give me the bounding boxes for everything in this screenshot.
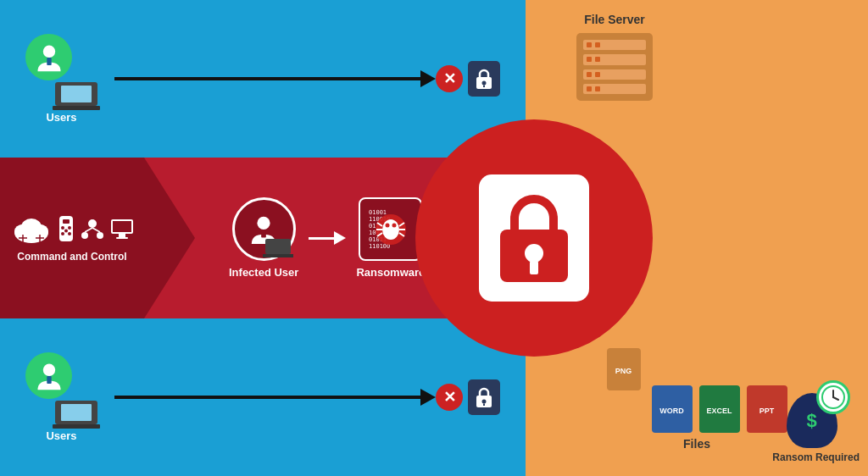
svg-point-22	[97, 232, 103, 239]
arrow-line	[309, 237, 334, 240]
dollar-sign: $	[807, 410, 817, 432]
bot-lock-box	[468, 379, 500, 415]
word-file-icon: WORD	[652, 385, 693, 433]
svg-rect-27	[119, 234, 125, 237]
infected-laptop	[265, 239, 291, 254]
monitor-icon	[109, 218, 135, 240]
network-people-icon	[81, 217, 104, 241]
bot-lock-icon	[475, 386, 493, 408]
ransomware-icon: 01001 110010 01101 100110 01011 110100	[359, 197, 422, 261]
top-user-block: Users	[25, 34, 97, 124]
server-row-3	[583, 69, 646, 80]
svg-rect-14	[63, 219, 70, 224]
svg-rect-28	[116, 237, 128, 239]
server-icon	[576, 33, 653, 101]
infected-block: Infected User	[229, 197, 298, 279]
infected-to-ransomware-arrow	[309, 231, 346, 245]
server-dot-7	[587, 86, 592, 91]
svg-rect-54	[530, 261, 538, 274]
server-dot-6	[595, 72, 600, 77]
svg-point-21	[81, 232, 88, 239]
file-server-block: File Server	[576, 13, 653, 101]
excel-label: EXCEL	[706, 407, 732, 415]
top-arrowhead	[420, 70, 436, 87]
diagram: Users ✕	[0, 0, 868, 476]
svg-line-57	[833, 397, 838, 400]
bot-user-laptop-group	[25, 352, 97, 424]
bot-row: Users ✕	[0, 318, 526, 476]
server-dot-3	[587, 57, 592, 62]
ransom-icon: $	[782, 380, 850, 448]
bot-arrow-shaft	[114, 396, 420, 399]
top-user-label: Users	[46, 111, 76, 124]
top-lock-end: ✕	[436, 61, 500, 97]
excel-file-icon: EXCEL	[699, 385, 740, 433]
server-dot-5	[587, 72, 592, 77]
top-arrow-line	[114, 70, 436, 87]
file-server-label: File Server	[584, 13, 645, 26]
svg-point-20	[88, 219, 97, 228]
bot-lock-end: ✕	[436, 379, 500, 415]
svg-point-18	[68, 232, 71, 235]
svg-point-15	[61, 226, 64, 230]
top-user-avatar	[25, 34, 72, 80]
top-row: Users ✕	[0, 0, 526, 158]
top-x-circle: ✕	[436, 65, 463, 92]
bot-user-avatar	[25, 352, 72, 399]
ransom-block: $ Ransom Required	[772, 380, 860, 463]
big-lock-icon	[496, 191, 572, 285]
red-chevron	[144, 158, 195, 318]
svg-point-50	[482, 400, 487, 404]
svg-rect-1	[47, 58, 51, 65]
arrow-head	[334, 231, 346, 245]
svg-point-8	[21, 219, 42, 235]
svg-point-19	[64, 230, 68, 233]
svg-line-23	[85, 228, 92, 232]
bot-user-label: Users	[46, 429, 76, 442]
top-laptop-icon	[55, 82, 97, 106]
svg-rect-48	[47, 376, 51, 384]
server-dot-1	[587, 42, 592, 47]
png-label: PNG	[615, 367, 632, 375]
svg-rect-30	[261, 230, 266, 238]
svg-point-47	[42, 363, 54, 375]
bot-person-icon	[34, 361, 64, 391]
png-file-icon: PNG	[607, 348, 641, 390]
cc-block: Command and Control	[0, 158, 144, 318]
bot-arrowhead	[420, 389, 436, 406]
svg-point-53	[525, 244, 543, 263]
virus-icon: 01001 110010 01101 100110 01011 110100	[365, 204, 416, 255]
big-lock-box	[479, 174, 589, 302]
svg-rect-26	[113, 221, 131, 232]
bot-arrow-line	[114, 389, 436, 406]
bot-laptop-icon	[55, 401, 97, 424]
infected-user-label: Infected User	[229, 266, 298, 279]
top-lock-box	[468, 61, 500, 97]
svg-point-16	[68, 226, 71, 230]
ransomware-label: Ransomware	[356, 266, 425, 279]
big-red-circle	[415, 119, 653, 357]
top-screen	[61, 86, 92, 102]
server-dot-8	[595, 86, 600, 91]
cc-label: Command and Control	[17, 251, 126, 263]
top-arrow-shaft	[114, 77, 420, 80]
svg-point-3	[482, 81, 487, 86]
server-row-1	[583, 40, 646, 50]
svg-line-24	[92, 228, 100, 232]
clock-icon	[816, 380, 850, 414]
remote-icon	[57, 214, 75, 243]
svg-point-40	[392, 223, 396, 227]
server-dot-4	[595, 57, 600, 62]
top-user-laptop-group	[25, 34, 97, 106]
svg-text:01001: 01001	[369, 209, 387, 216]
svg-point-38	[382, 219, 399, 240]
svg-point-0	[42, 45, 54, 57]
word-label: WORD	[659, 407, 684, 415]
bot-x-circle: ✕	[436, 384, 463, 411]
infected-user-icon	[232, 197, 296, 261]
svg-point-39	[385, 223, 389, 227]
cc-icons	[10, 214, 135, 244]
ransom-label: Ransom Required	[772, 451, 860, 463]
person-icon	[34, 42, 64, 73]
server-row-4	[583, 84, 646, 94]
